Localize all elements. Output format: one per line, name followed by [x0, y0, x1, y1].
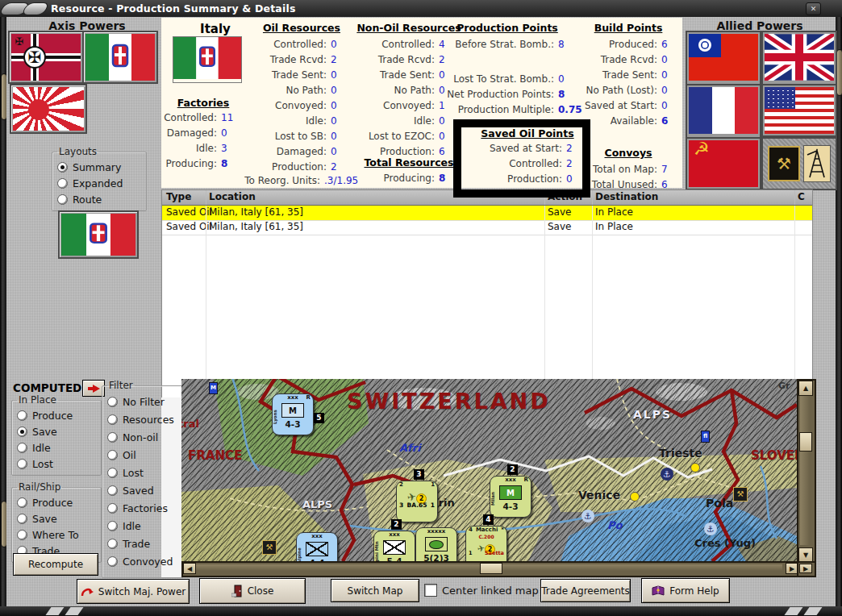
- unit-counter-lyons-mech[interactable]: xxxR Lyons M 4-3: [272, 393, 314, 435]
- title-bar[interactable]: Resource - Production Summary & Details …: [0, 0, 842, 18]
- unit-counter-milan-mech[interactable]: xxxR Milan M 4-3: [490, 476, 531, 518]
- close-button[interactable]: Close: [199, 578, 306, 604]
- stat-label: Controlled:: [273, 39, 327, 50]
- mine-resource-icon[interactable]: ⚒: [262, 540, 277, 555]
- filter-option-saved[interactable]: Saved: [107, 481, 180, 499]
- recompute-button[interactable]: Recompute: [13, 553, 98, 576]
- radio-icon[interactable]: [107, 521, 118, 531]
- form-help-button[interactable]: Form Help: [641, 578, 730, 603]
- map-marker-icon[interactable]: fl: [701, 431, 710, 443]
- port-anchor-icon[interactable]: ⚓: [661, 468, 673, 481]
- radio-icon[interactable]: [17, 410, 27, 421]
- in-place-option-save[interactable]: Save: [17, 423, 98, 439]
- filter-option-resources[interactable]: Resources: [107, 410, 180, 428]
- germany-flag[interactable]: ✠ ✠: [8, 31, 84, 84]
- filter-option-oil[interactable]: Oil: [107, 446, 180, 464]
- close-window-icon[interactable]: ✕: [806, 2, 821, 15]
- layout-option-summary[interactable]: Summary: [57, 159, 143, 175]
- radio-icon[interactable]: [107, 414, 118, 425]
- unit-counter-macchi-aircraft[interactable]: 4 Macchi * C.200 ✈2 1 Saetta: [465, 526, 507, 561]
- trade-agreements-button[interactable]: Trade Agreements: [540, 579, 631, 602]
- uk-flag[interactable]: [761, 31, 837, 87]
- vertical-scroll-thumb[interactable]: [799, 432, 812, 452]
- radio-icon[interactable]: [107, 450, 118, 460]
- col-header-location[interactable]: Location: [209, 191, 256, 202]
- col-header-c[interactable]: C: [798, 191, 805, 202]
- map-horizontal-scrollbar[interactable]: ◀ ▶: [181, 561, 800, 577]
- in-place-option-idle[interactable]: Idle: [17, 439, 98, 456]
- mine-resource-icon[interactable]: ⚒: [733, 487, 748, 502]
- in-place-option-lost[interactable]: Lost: [17, 456, 98, 472]
- unit-counter-alpini-mountain[interactable]: xxx Alpini Mtn 5-4: [373, 531, 415, 561]
- filter-option-lost[interactable]: Lost: [107, 464, 180, 481]
- col-header-type[interactable]: Type: [166, 191, 191, 202]
- japan-flag[interactable]: [10, 84, 87, 134]
- scroll-left-arrow[interactable]: ◀: [183, 563, 196, 574]
- table-row[interactable]: Saved Oil Milan, Italy [61, 35] Save In …: [162, 220, 812, 235]
- port-anchor-icon[interactable]: ⚓: [581, 510, 594, 522]
- stat-value: 8: [217, 158, 245, 169]
- china-flag[interactable]: [686, 31, 761, 87]
- scroll-corner-arrow[interactable]: ▶: [799, 564, 812, 573]
- switch-map-button[interactable]: Switch Map: [331, 579, 419, 602]
- unit-stats: 4-3: [490, 502, 531, 511]
- game-map[interactable]: SWITZERLAND FRANCE tral ALPS ALPS SLOVEN…: [181, 379, 797, 561]
- radio-icon[interactable]: [107, 485, 118, 496]
- factories-header: Factories: [161, 97, 245, 109]
- center-linked-map-checkbox[interactable]: [424, 584, 437, 597]
- map-marker-icon[interactable]: M: [209, 382, 218, 394]
- current-power-italy-flag[interactable]: [58, 210, 139, 259]
- radio-label: Non-oil: [123, 431, 158, 443]
- radio-icon[interactable]: [57, 194, 68, 205]
- rail-ship-option-save[interactable]: Save: [17, 510, 98, 527]
- filter-option-nonoil[interactable]: Non-oil: [107, 428, 180, 446]
- unit-counter-ba65-aircraft[interactable]: 2 1 ✈2 3 BA.65 1: [396, 481, 438, 522]
- france-flag[interactable]: [686, 84, 761, 140]
- button-label: Form Help: [669, 585, 719, 597]
- switch-major-power-button[interactable]: Switch Maj. Power: [77, 579, 190, 604]
- radio-icon[interactable]: [107, 539, 118, 549]
- radio-icon[interactable]: [17, 427, 27, 437]
- italy-flag[interactable]: [82, 31, 158, 84]
- radio-icon[interactable]: [17, 497, 27, 508]
- in-place-option-produce[interactable]: Produce: [17, 407, 98, 423]
- port-anchor-icon[interactable]: ⚓: [704, 522, 717, 535]
- radio-icon[interactable]: [17, 514, 27, 524]
- radio-label: No Filter: [123, 396, 165, 408]
- radio-icon[interactable]: [107, 432, 118, 443]
- hammer-sickle-icon: ☭: [694, 139, 710, 159]
- radio-icon[interactable]: [107, 468, 118, 478]
- unit-size: xxx: [287, 394, 298, 401]
- scroll-up-arrow[interactable]: ▲: [798, 381, 813, 396]
- rail-ship-option-produce[interactable]: Produce: [17, 494, 98, 510]
- usa-flag[interactable]: [761, 84, 837, 137]
- col-header-action[interactable]: Action: [548, 191, 582, 202]
- col-header-destination[interactable]: Destination: [595, 191, 658, 202]
- radio-icon[interactable]: [57, 162, 68, 173]
- radio-icon[interactable]: [107, 397, 118, 407]
- radio-icon[interactable]: [17, 443, 27, 453]
- filter-option-convoyed[interactable]: Convoyed: [107, 552, 180, 570]
- radio-icon[interactable]: [107, 556, 118, 567]
- horizontal-scroll-thumb[interactable]: [480, 563, 502, 574]
- radio-icon[interactable]: [17, 530, 27, 540]
- ussr-flag[interactable]: ☭: [686, 137, 761, 190]
- rail-ship-option-whereto[interactable]: Where To: [17, 527, 98, 543]
- city-dot-venice[interactable]: [630, 492, 640, 502]
- layout-option-expanded[interactable]: Expanded: [57, 175, 143, 191]
- filter-option-trade[interactable]: Trade: [107, 535, 180, 552]
- city-dot-trieste[interactable]: [690, 463, 700, 472]
- radio-icon[interactable]: [107, 503, 118, 514]
- table-row[interactable]: Saved Oil Milan, Italy [61, 35] Save In …: [162, 206, 812, 221]
- filter-option-factories[interactable]: Factories: [107, 499, 180, 517]
- filter-option-nofilter[interactable]: No Filter: [107, 393, 180, 410]
- filter-option-idle[interactable]: Idle: [107, 517, 180, 535]
- unit-counter-alpine-infantry[interactable]: xxx Alpine 4-4: [296, 532, 338, 561]
- radio-icon[interactable]: [17, 459, 27, 469]
- map-vertical-scrollbar[interactable]: ▲ ▼: [797, 379, 816, 564]
- radio-icon[interactable]: [57, 178, 68, 189]
- unit-counter-garrison[interactable]: xxxxx 5(2)3: [415, 527, 457, 561]
- layout-option-route[interactable]: Route: [57, 191, 143, 207]
- mine-resource-icon[interactable]: ⚒: [768, 146, 800, 181]
- oil-derrick-icon[interactable]: [803, 145, 831, 182]
